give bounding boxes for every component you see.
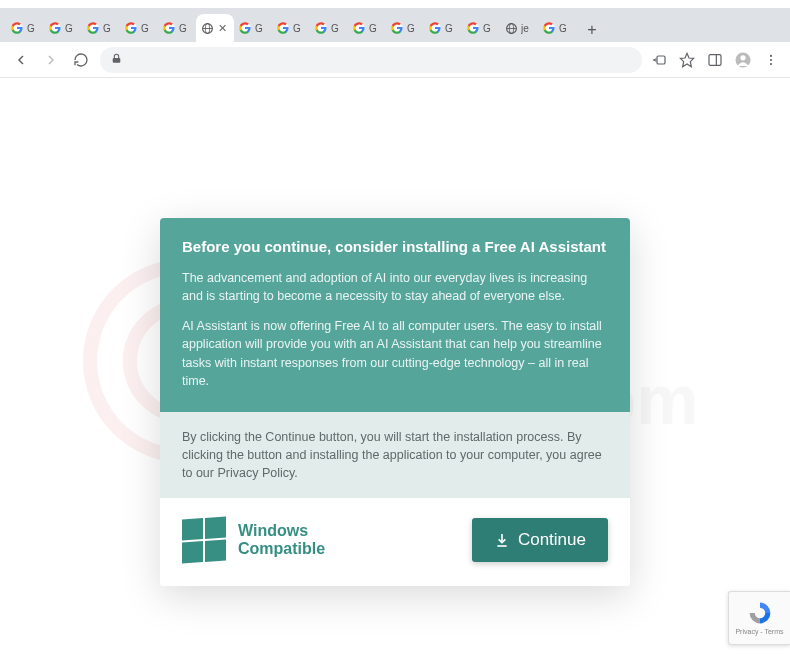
modal-heading: Before you continue, consider installing… (182, 238, 608, 255)
browser-tab[interactable]: G (158, 14, 196, 42)
svg-rect-20 (657, 56, 665, 64)
tab-label: G (483, 23, 491, 34)
profile-avatar-icon[interactable] (734, 51, 752, 69)
google-favicon (48, 21, 62, 35)
tab-label: G (179, 23, 187, 34)
svg-marker-21 (680, 53, 693, 66)
tab-label: G (369, 23, 377, 34)
kebab-menu-icon[interactable] (762, 51, 780, 69)
lock-icon[interactable] (110, 52, 123, 68)
continue-button[interactable]: Continue (472, 518, 608, 562)
google-favicon (238, 21, 252, 35)
tab-label: G (445, 23, 453, 34)
google-favicon (162, 21, 176, 35)
globe-favicon (200, 21, 214, 35)
browser-tab[interactable]: G (44, 14, 82, 42)
forward-button[interactable] (40, 49, 62, 71)
modal-paragraph: AI Assistant is now offering Free AI to … (182, 317, 608, 390)
windows-compatible-badge: Windows Compatible (182, 518, 325, 562)
tab-label: G (559, 23, 567, 34)
back-button[interactable] (10, 49, 32, 71)
side-panel-icon[interactable] (706, 51, 724, 69)
browser-tab-active[interactable]: ✕ (196, 14, 234, 42)
browser-tab[interactable]: G (462, 14, 500, 42)
browser-tab[interactable]: je (500, 14, 538, 42)
google-favicon (466, 21, 480, 35)
svg-point-28 (770, 63, 772, 65)
browser-tab[interactable]: G (82, 14, 120, 42)
google-favicon (390, 21, 404, 35)
globe-favicon (504, 21, 518, 35)
disclaimer-text: By clicking the Continue button, you wil… (182, 430, 602, 480)
google-favicon (124, 21, 138, 35)
browser-toolbar (0, 42, 790, 78)
modal-paragraph: The advancement and adoption of AI into … (182, 269, 608, 305)
modal-footer: Windows Compatible Continue (160, 498, 630, 586)
tab-label: G (331, 23, 339, 34)
browser-tab[interactable]: G (348, 14, 386, 42)
bookmark-star-icon[interactable] (678, 51, 696, 69)
tab-label: G (27, 23, 35, 34)
continue-button-label: Continue (518, 530, 586, 550)
svg-point-25 (740, 55, 745, 60)
new-tab-button[interactable]: + (580, 18, 604, 42)
google-favicon (542, 21, 556, 35)
browser-tab[interactable]: G (120, 14, 158, 42)
google-favicon (314, 21, 328, 35)
google-favicon (352, 21, 366, 35)
svg-rect-19 (113, 57, 121, 62)
windows-logo-icon (182, 518, 226, 562)
tab-label: G (293, 23, 301, 34)
tab-label: je (521, 23, 529, 34)
google-favicon (428, 21, 442, 35)
install-modal: Before you continue, consider installing… (160, 218, 630, 586)
browser-tab[interactable]: G (272, 14, 310, 42)
google-favicon (10, 21, 24, 35)
svg-point-27 (770, 58, 772, 60)
modal-header: Before you continue, consider installing… (160, 218, 630, 412)
browser-tab[interactable]: G (538, 14, 576, 42)
tab-label: G (407, 23, 415, 34)
share-icon[interactable] (650, 51, 668, 69)
browser-tab[interactable]: G (310, 14, 348, 42)
svg-point-26 (770, 54, 772, 56)
download-icon (494, 532, 510, 548)
tab-label: G (255, 23, 263, 34)
google-favicon (86, 21, 100, 35)
browser-tab[interactable]: G (234, 14, 272, 42)
recaptcha-icon (747, 600, 773, 626)
svg-rect-22 (709, 54, 721, 65)
recaptcha-links[interactable]: Privacy - Terms (735, 628, 783, 636)
google-favicon (276, 21, 290, 35)
browser-tab[interactable]: G (386, 14, 424, 42)
reload-button[interactable] (70, 49, 92, 71)
tab-label: G (65, 23, 73, 34)
address-bar[interactable] (100, 47, 642, 73)
page-content: risk .com Before you continue, consider … (0, 78, 790, 663)
tab-close-icon[interactable]: ✕ (218, 22, 227, 35)
windows-compatible-text: Windows Compatible (238, 522, 325, 559)
tab-strip: G G G G G ✕ G G G G G G G je G + (0, 8, 790, 42)
tab-label: G (141, 23, 149, 34)
recaptcha-badge[interactable]: Privacy - Terms (728, 591, 790, 645)
browser-tab[interactable]: G (6, 14, 44, 42)
browser-tab[interactable]: G (424, 14, 462, 42)
modal-disclaimer: By clicking the Continue button, you wil… (160, 412, 630, 498)
tab-label: G (103, 23, 111, 34)
